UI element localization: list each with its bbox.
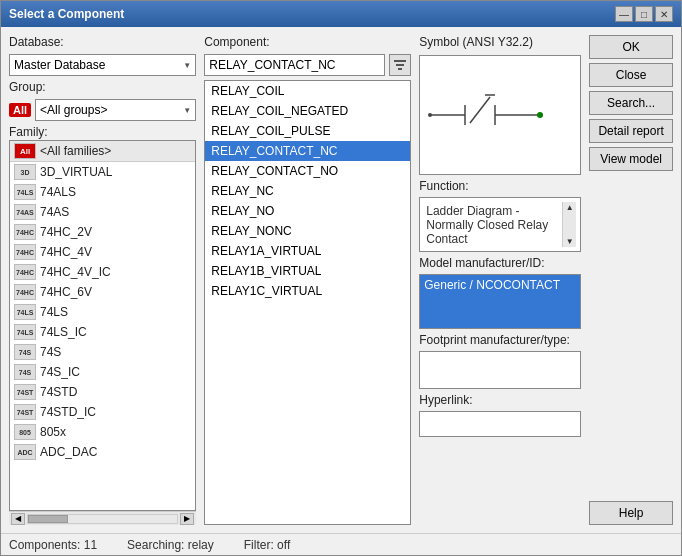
right-panel: Symbol (ANSI Y32.2) — [419, 35, 581, 525]
family-item-74ls[interactable]: 74LS 74LS — [10, 302, 195, 322]
family-icon-74hc6v: 74HC — [14, 284, 36, 300]
database-select[interactable]: Master Database ▼ — [9, 54, 196, 76]
family-name-74hc4v: 74HC_4V — [40, 245, 92, 259]
left-panel: Database: Master Database ▼ Group: All <… — [9, 35, 196, 525]
window-controls: — □ ✕ — [615, 6, 673, 22]
status-components: Components: 11 — [9, 538, 97, 552]
nc-symbol-svg — [420, 75, 580, 155]
maximize-button[interactable]: □ — [635, 6, 653, 22]
family-hscroll-track — [27, 514, 178, 524]
component-list[interactable]: RELAY_COIL RELAY_COIL_NEGATED RELAY_COIL… — [204, 80, 411, 525]
close-button[interactable]: Close — [589, 63, 673, 87]
family-item-74s-ic[interactable]: 74S 74S_IC — [10, 362, 195, 382]
function-scrollbar[interactable]: ▲ ▼ — [562, 202, 576, 247]
component-label: Component: — [204, 35, 411, 49]
family-item-74als[interactable]: 74LS 74ALS — [10, 182, 195, 202]
component-item-relay1b-virtual[interactable]: RELAY1B_VIRTUAL — [205, 261, 410, 281]
family-item-74hc-4v-ic[interactable]: 74HC 74HC_4V_IC — [10, 262, 195, 282]
component-input[interactable] — [204, 54, 385, 76]
status-searching: Searching: relay — [127, 538, 214, 552]
detail-report-button[interactable]: Detail report — [589, 119, 673, 143]
component-header — [204, 54, 411, 76]
family-name-74sic: 74S_IC — [40, 365, 80, 379]
group-all-badge: All — [9, 103, 31, 117]
help-button[interactable]: Help — [589, 501, 673, 525]
view-model-button[interactable]: View model — [589, 147, 673, 171]
family-icon-74hc4v: 74HC — [14, 244, 36, 260]
family-name-74hc2v: 74HC_2V — [40, 225, 92, 239]
function-scroll-down[interactable]: ▼ — [563, 237, 576, 247]
family-item-74std-ic[interactable]: 74ST 74STD_IC — [10, 402, 195, 422]
component-item-relay1c-virtual[interactable]: RELAY1C_VIRTUAL — [205, 281, 410, 301]
family-container: Family: All <All families> 3D 3D_VIRTUAL… — [9, 125, 196, 525]
component-item-relay-coil-pulse[interactable]: RELAY_COIL_PULSE — [205, 121, 410, 141]
function-label: Function: — [419, 179, 581, 193]
family-hscroll-thumb[interactable] — [28, 515, 68, 523]
svg-rect-0 — [394, 60, 406, 62]
family-item-805x[interactable]: 805 805x — [10, 422, 195, 442]
component-item-relay-no[interactable]: RELAY_NO — [205, 201, 410, 221]
family-hscroll[interactable]: ◀ ▶ — [9, 511, 196, 525]
family-icon-74hc4vic: 74HC — [14, 264, 36, 280]
group-select[interactable]: <All groups> ▼ — [35, 99, 196, 121]
ok-button[interactable]: OK — [589, 35, 673, 59]
database-value: Master Database — [14, 58, 105, 72]
footprint-label: Footprint manufacturer/type: — [419, 333, 581, 347]
filter-button[interactable] — [389, 54, 411, 76]
family-name-74hc4vic: 74HC_4V_IC — [40, 265, 111, 279]
function-scroll-up[interactable]: ▲ — [563, 202, 576, 212]
hyperlink-box — [419, 411, 581, 437]
family-icon-74hc2v: 74HC — [14, 224, 36, 240]
family-item-74hc-2v[interactable]: 74HC 74HC_2V — [10, 222, 195, 242]
family-hscroll-left[interactable]: ◀ — [11, 513, 25, 525]
component-item-relay-contact-nc[interactable]: RELAY_CONTACT_NC — [205, 141, 410, 161]
family-hscroll-right[interactable]: ▶ — [180, 513, 194, 525]
family-item-74s[interactable]: 74S 74S — [10, 342, 195, 362]
group-value: <All groups> — [40, 103, 107, 117]
family-name-74hc6v: 74HC_6V — [40, 285, 92, 299]
function-text: Ladder Diagram - Normally Closed Relay C… — [424, 202, 562, 247]
buttons-panel: OK Close Search... Detail report View mo… — [589, 35, 673, 525]
family-name-74s: 74S — [40, 345, 61, 359]
family-icon-805x: 805 — [14, 424, 36, 440]
family-all-icon: All — [14, 143, 36, 159]
minimize-button[interactable]: — — [615, 6, 633, 22]
family-name-74std: 74STD — [40, 385, 77, 399]
svg-line-7 — [470, 97, 490, 123]
family-icon-3d: 3D — [14, 164, 36, 180]
family-item-adc-dac[interactable]: ADC ADC_DAC — [10, 442, 195, 462]
family-item-74hc-4v[interactable]: 74HC 74HC_4V — [10, 242, 195, 262]
component-item-relay-nc[interactable]: RELAY_NC — [205, 181, 410, 201]
family-icon-74lsic: 74LS — [14, 324, 36, 340]
function-text-box: Ladder Diagram - Normally Closed Relay C… — [419, 197, 581, 252]
family-name-74as: 74AS — [40, 205, 69, 219]
search-button[interactable]: Search... — [589, 91, 673, 115]
family-icon-74stdic: 74ST — [14, 404, 36, 420]
svg-rect-2 — [398, 68, 402, 70]
group-row: All <All groups> ▼ — [9, 99, 196, 121]
family-item-3d-virtual[interactable]: 3D 3D_VIRTUAL — [10, 162, 195, 182]
family-label: Family: — [9, 125, 196, 139]
group-label: Group: — [9, 80, 196, 94]
family-item-74as[interactable]: 74AS 74AS — [10, 202, 195, 222]
component-item-relay-contact-no[interactable]: RELAY_CONTACT_NO — [205, 161, 410, 181]
family-item-74std[interactable]: 74ST 74STD — [10, 382, 195, 402]
component-item-relay1a-virtual[interactable]: RELAY1A_VIRTUAL — [205, 241, 410, 261]
family-item-74hc-6v[interactable]: 74HC 74HC_6V — [10, 282, 195, 302]
family-icon-74std: 74ST — [14, 384, 36, 400]
component-item-relay-coil-negated[interactable]: RELAY_COIL_NEGATED — [205, 101, 410, 121]
family-list[interactable]: All <All families> 3D 3D_VIRTUAL 74LS 74… — [9, 140, 196, 511]
family-all-item[interactable]: All <All families> — [10, 141, 195, 162]
main-content: Database: Master Database ▼ Group: All <… — [1, 27, 681, 533]
symbol-area — [419, 55, 581, 175]
model-box: Generic / NCOCONTACT — [419, 274, 581, 329]
svg-rect-1 — [396, 64, 404, 66]
component-item-relay-coil[interactable]: RELAY_COIL — [205, 81, 410, 101]
close-button[interactable]: ✕ — [655, 6, 673, 22]
family-icon-74als: 74LS — [14, 184, 36, 200]
svg-point-10 — [428, 113, 432, 117]
component-item-relay-nonc[interactable]: RELAY_NONC — [205, 221, 410, 241]
model-label: Model manufacturer/ID: — [419, 256, 581, 270]
family-item-74ls-ic[interactable]: 74LS 74LS_IC — [10, 322, 195, 342]
family-name-74als: 74ALS — [40, 185, 76, 199]
